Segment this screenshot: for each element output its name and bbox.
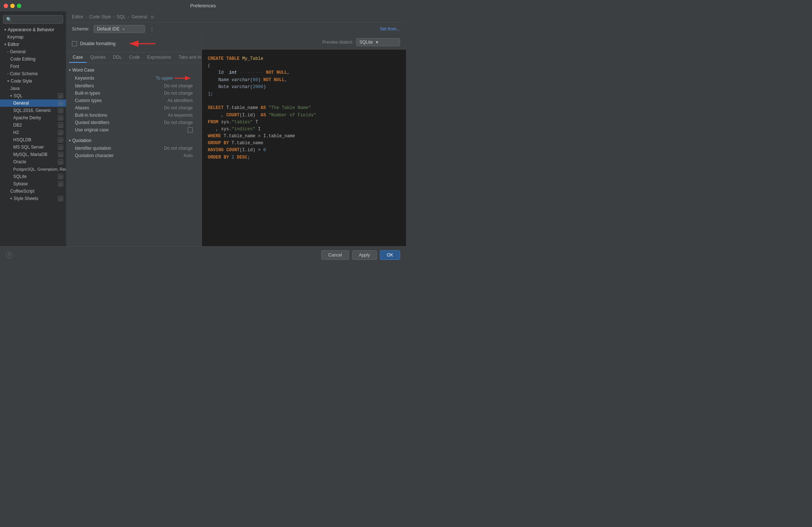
panel-body: Disable formatting Case Queries xyxy=(66,35,406,246)
chevron-down-icon: ▾ xyxy=(10,94,12,98)
scheme-value: Default IDE xyxy=(97,26,119,32)
sidebar-item-sql[interactable]: ▾ SQL ⊡ xyxy=(0,92,66,99)
scheme-dropdown[interactable]: Default IDE ▾ xyxy=(94,25,145,33)
option-quoted-identifiers[interactable]: Quoted identifiers Do not change xyxy=(66,119,202,126)
breadcrumb-icon: ⊡ xyxy=(151,15,154,19)
sidebar-item-sybase[interactable]: Sybase ⊡ xyxy=(0,180,66,188)
breadcrumb-editor[interactable]: Editor xyxy=(72,14,83,19)
option-use-original-case[interactable]: Use original case xyxy=(66,126,202,134)
tabs-row: Case Queries DDL Code Expressions Tabs a… xyxy=(66,52,202,63)
sidebar-item-h2[interactable]: H2 ⊡ xyxy=(0,129,66,136)
code-line-4: Name varchar(60) NOT NULL, xyxy=(208,77,400,84)
section-quotation-toggle[interactable]: ▾ Quotation xyxy=(66,137,202,145)
option-identifiers[interactable]: Identifiers Do not change xyxy=(66,82,202,90)
code-line-15: ORDER BY 2 DESC; xyxy=(208,154,400,161)
search-icon: 🔍 xyxy=(6,17,12,22)
options-panel: Disable formatting Case Queries xyxy=(66,35,202,246)
breadcrumb-code-style[interactable]: Code Style xyxy=(89,14,111,19)
sidebar-item-label: Editor xyxy=(8,42,19,47)
option-quotation-character[interactable]: Quotation character Auto xyxy=(66,152,202,159)
chevron-right-icon: › xyxy=(7,50,8,54)
sidebar-item-label: CoffeeScript xyxy=(10,189,35,194)
section-quotation-label: Quotation xyxy=(72,138,91,143)
sidebar-item-label: Java xyxy=(10,86,19,91)
chevron-down-icon: ▾ xyxy=(10,197,12,200)
sidebar-item-coffeescript[interactable]: CoffeeScript xyxy=(0,188,66,195)
sidebar-item-code-editing[interactable]: Code Editing xyxy=(0,55,66,63)
sidebar: 🔍 ▾ Appearance & Behavior Keymap ▾ Edito… xyxy=(0,11,66,246)
chevron-down-icon: ▾ xyxy=(4,28,6,32)
disable-formatting-checkbox[interactable] xyxy=(72,41,77,46)
sidebar-item-font[interactable]: Font xyxy=(0,63,66,70)
scheme-label: Scheme: xyxy=(72,26,89,32)
breadcrumb: Editor › Code Style › SQL › General ⊡ xyxy=(66,11,406,23)
tab-expressions[interactable]: Expressions xyxy=(144,52,175,63)
set-from-button[interactable]: Set from... xyxy=(380,26,400,32)
help-button[interactable]: ? xyxy=(6,252,12,258)
cancel-button[interactable]: Cancel xyxy=(321,250,349,260)
code-line-1: CREATE TABLE My_Table xyxy=(208,55,400,62)
sidebar-item-sqlite[interactable]: SQLite ⊡ xyxy=(0,173,66,180)
sidebar-item-java[interactable]: Java xyxy=(0,85,66,92)
option-identifier-quotation[interactable]: Identifier quotation Do not change xyxy=(66,145,202,152)
sidebar-item-color-scheme[interactable]: › Color Scheme xyxy=(0,70,66,77)
sidebar-item-db2[interactable]: DB2 ⊡ xyxy=(0,121,66,129)
tab-ddl[interactable]: DDL xyxy=(109,52,126,63)
sidebar-item-oracle[interactable]: Oracle ⊡ xyxy=(0,158,66,166)
sidebar-item-code-style[interactable]: ▾ Code Style xyxy=(0,77,66,85)
settings-icon: ⊡ xyxy=(58,101,63,106)
more-options-button[interactable]: ⋮ xyxy=(149,26,155,32)
maximize-button[interactable] xyxy=(17,4,21,8)
sidebar-item-label: General xyxy=(13,101,29,106)
sidebar-item-postgresql[interactable]: PostgreSQL, Greenplum, Redshi… ⊡ xyxy=(0,166,66,173)
sidebar-item-label: SQL xyxy=(14,93,22,98)
code-line-6: ); xyxy=(208,91,400,98)
settings-icon: ⊡ xyxy=(58,174,63,179)
red-arrow-keywords xyxy=(174,75,193,81)
sidebar-item-general-sql[interactable]: General ⊡ xyxy=(0,99,66,107)
tab-code[interactable]: Code xyxy=(126,52,144,63)
search-input[interactable] xyxy=(14,17,60,22)
settings-icon: ⊡ xyxy=(58,152,63,157)
tab-case[interactable]: Case xyxy=(69,52,87,63)
option-built-in-types[interactable]: Built-in types Do not change xyxy=(66,90,202,97)
breadcrumb-general[interactable]: General xyxy=(131,14,147,19)
option-built-in-functions[interactable]: Built-in functions As keywords xyxy=(66,112,202,119)
sidebar-item-ms-sql[interactable]: MS SQL Server ⊡ xyxy=(0,143,66,151)
dialect-value: SQLite xyxy=(359,40,373,45)
option-keywords[interactable]: Keywords To upper xyxy=(66,74,202,82)
sidebar-item-keymap[interactable]: Keymap xyxy=(0,33,66,41)
sidebar-item-mysql[interactable]: MySQL, MariaDB ⊡ xyxy=(0,151,66,158)
settings-icon: ⊡ xyxy=(58,93,63,98)
sidebar-item-label: MySQL, MariaDB xyxy=(13,152,47,157)
apply-button[interactable]: Apply xyxy=(352,250,377,260)
section-word-case-toggle[interactable]: ▾ Word Case xyxy=(66,66,202,74)
search-box[interactable]: 🔍 xyxy=(3,15,63,24)
sidebar-item-editor[interactable]: ▾ Editor xyxy=(0,41,66,48)
sidebar-item-appearance[interactable]: ▾ Appearance & Behavior xyxy=(0,26,66,33)
sidebar-item-apache-derby[interactable]: Apache Derby ⊡ xyxy=(0,114,66,121)
sidebar-item-sql-2016[interactable]: SQL:2016, Generic ⊡ xyxy=(0,107,66,114)
sidebar-item-hsqldb[interactable]: HSQLDB ⊡ xyxy=(0,136,66,143)
code-preview: CREATE TABLE My_Table ( Id int ·········… xyxy=(202,50,406,246)
tab-tabs-indents[interactable]: Tabs and Indents xyxy=(175,52,202,63)
breadcrumb-sql[interactable]: SQL xyxy=(117,14,126,19)
preview-panel: Preview dialect: SQLite ▾ CREATE TABLE M… xyxy=(202,35,406,246)
chevron-down-icon: ▾ xyxy=(69,139,71,142)
use-original-case-checkbox[interactable] xyxy=(188,127,193,132)
sidebar-item-style-sheets[interactable]: ▾ Style Sheets ⊡ xyxy=(0,195,66,202)
settings-icon: ⊡ xyxy=(58,115,63,120)
sidebar-item-label: Code Style xyxy=(11,79,32,84)
sidebar-item-label: Appearance & Behavior xyxy=(8,27,54,32)
option-custom-types[interactable]: Custom types As identifiers xyxy=(66,97,202,104)
sidebar-item-general[interactable]: › General xyxy=(0,48,66,55)
tab-queries[interactable]: Queries xyxy=(87,52,109,63)
close-button[interactable] xyxy=(4,4,8,8)
scheme-row: Scheme: Default IDE ▾ ⋮ Set from... xyxy=(66,23,406,35)
dialect-dropdown[interactable]: SQLite ▾ xyxy=(356,38,400,46)
ok-button[interactable]: OK xyxy=(380,250,400,260)
code-line-11: , sys."indices" I xyxy=(208,126,400,133)
sidebar-item-label: Style Sheets xyxy=(14,196,38,201)
option-aliases[interactable]: Aliases Do not change xyxy=(66,104,202,112)
minimize-button[interactable] xyxy=(10,4,15,8)
